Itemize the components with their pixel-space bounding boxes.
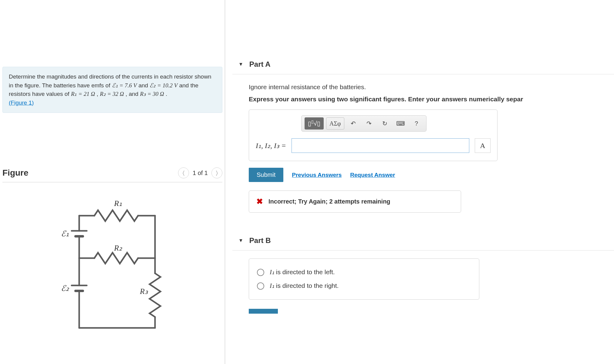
feedback-text: Incorrect; Try Again; 2 attempts remaini… (268, 198, 390, 205)
part-a-title: Part A (249, 60, 271, 69)
part-a-instr2: Express your answers using two significa… (249, 96, 614, 103)
mc-option-2[interactable]: I₁ is directed to the right. (257, 279, 471, 293)
equation-toolbar: ▯▯√▯ ΑΣφ ↶ ↷ ↻ ⌨ ? (301, 115, 427, 132)
problem-text: . (166, 91, 167, 97)
problem-text: , and (126, 91, 140, 97)
emf2-value: ℰ₂ = 10.2 V (150, 82, 177, 89)
mc-option-var: I₁ (270, 268, 274, 276)
r2-label: R₂ (114, 244, 122, 252)
answer-area: ▯▯√▯ ΑΣφ ↶ ↷ ↻ ⌨ ? I₁, I₂, I₃ = A (249, 110, 498, 161)
r3-value: R₃ = 30 Ω (140, 91, 164, 97)
feedback-box: ✖ Incorrect; Try Again; 2 attempts remai… (249, 190, 461, 213)
partial-submit-bar (249, 309, 278, 314)
keyboard-button[interactable]: ⌨ (394, 117, 407, 130)
figure-pager: 1 of 1 (193, 170, 208, 177)
part-b-header[interactable]: ▼ Part B (232, 231, 614, 251)
answer-label: I₁, I₂, I₃ = (256, 141, 286, 150)
r1-label: R₁ (114, 199, 122, 208)
mc-option-text: is directed to the left. (276, 268, 335, 275)
r3-label: R₃ (140, 287, 148, 296)
problem-text: and (138, 82, 150, 89)
mc-option-1[interactable]: I₁ is directed to the left. (257, 265, 471, 279)
r2-value: R₂ = 32 Ω (100, 91, 124, 97)
undo-button[interactable]: ↶ (347, 117, 360, 130)
mc-option-var: I₁ (270, 282, 274, 289)
emf1-value: ℰ₁ = 7.6 V (112, 82, 137, 89)
redo-button[interactable]: ↷ (363, 117, 376, 130)
request-answer-link[interactable]: Request Answer (350, 172, 395, 178)
part-b-title: Part B (249, 236, 271, 245)
part-a-header[interactable]: ▼ Part A (232, 55, 614, 74)
circuit-figure: R₁ R₂ R₃ ℰ₁ ℰ₂ (2, 182, 222, 334)
help-button[interactable]: ? (410, 117, 423, 130)
templates-button[interactable]: ▯▯√▯ (305, 117, 324, 130)
submit-button[interactable]: Submit (249, 168, 283, 182)
e2-label: ℰ₂ (61, 284, 69, 293)
greek-button[interactable]: ΑΣφ (326, 117, 344, 130)
caret-down-icon: ▼ (238, 62, 243, 67)
answer-input[interactable] (292, 138, 469, 153)
incorrect-icon: ✖ (256, 197, 263, 206)
figure-prev-button[interactable]: 〈 (178, 167, 189, 178)
radio-icon[interactable] (257, 269, 264, 276)
r1-value: R₁ = 21 Ω (71, 91, 95, 97)
previous-answers-link[interactable]: Previous Answers (292, 172, 342, 178)
mc-option-text: is directed to the right. (276, 282, 339, 289)
reset-button[interactable]: ↻ (378, 117, 392, 130)
caret-down-icon: ▼ (238, 238, 243, 243)
figure-link[interactable]: (Figure 1) (9, 99, 34, 106)
part-a-instr1: Ignore internal resistance of the batter… (249, 83, 614, 91)
problem-statement: Determine the magnitudes and directions … (2, 67, 222, 113)
figure-title: Figure (2, 168, 29, 178)
radio-icon[interactable] (257, 282, 264, 290)
answer-unit: A (475, 138, 491, 153)
multiple-choice-box: I₁ is directed to the left. I₁ is direct… (249, 258, 479, 300)
problem-text: , (97, 91, 100, 97)
e1-label: ℰ₁ (61, 229, 69, 238)
figure-next-button[interactable]: 〉 (211, 167, 222, 178)
